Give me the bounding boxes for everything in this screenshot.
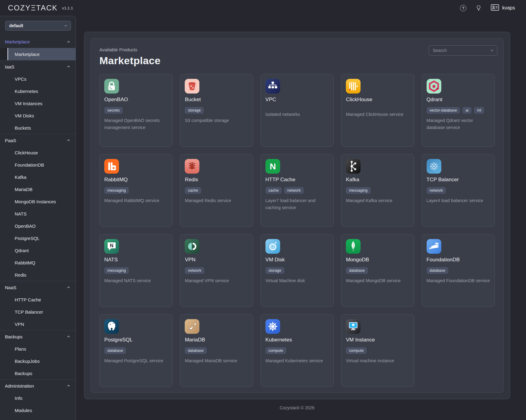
product-card-http-cache[interactable]: NHTTP CachecachenetworkLayer7 load balan…	[261, 154, 334, 227]
product-card-redis[interactable]: RediscacheManaged Redis service	[180, 154, 253, 227]
product-description: Managed ClickHouse service	[346, 111, 409, 118]
sidebar-section-label: Administration	[5, 383, 34, 389]
globe-dots-icon	[427, 159, 441, 174]
sidebar-nav: MarketplaceMarketplaceIaaSVPCsKubernetes…	[0, 35, 76, 416]
sidebar-item-openbao[interactable]: OpenBAO	[0, 220, 76, 232]
header-actions: ? kvaps	[460, 4, 515, 12]
sidebar-item-kubernetes[interactable]: Kubernetes	[0, 85, 76, 97]
sidebar-item-marketplace[interactable]: Marketplace	[0, 48, 76, 60]
sidebar-item-http-cache[interactable]: HTTP Cache	[0, 293, 76, 306]
product-title: PostgreSQL	[104, 337, 168, 343]
bulb-icon[interactable]	[476, 5, 482, 11]
product-card-nats[interactable]: NNATSmessagingManaged NATS service	[99, 234, 172, 307]
network-tree-icon	[265, 79, 280, 94]
search-input[interactable]: Search	[429, 45, 497, 56]
product-card-qdrant[interactable]: Qdrantvector-databaseaimlManaged Qdrant …	[422, 74, 495, 147]
sidebar-item-rabbitmq[interactable]: RabbitMQ	[0, 256, 76, 269]
product-title: VM Disk	[265, 257, 329, 263]
help-icon[interactable]: ?	[460, 5, 466, 11]
product-card-mongodb[interactable]: MongoDBdatabaseManaged MongoDB service	[341, 234, 414, 307]
app-header: COZYΞTACK v1.1.1 ? kvaps	[0, 0, 526, 16]
product-tags: cachenetwork	[265, 187, 329, 194]
product-tag-storage: storage	[265, 267, 284, 274]
sidebar-item-vpcs[interactable]: VPCs	[0, 73, 76, 85]
product-card-foundationdb[interactable]: FoundationDBdatabaseManaged FoundationDB…	[422, 234, 495, 307]
sidebar-item-backupjobs[interactable]: BackupJobs	[0, 355, 76, 367]
kafka-icon	[346, 159, 361, 174]
product-tags: database	[427, 267, 490, 274]
sidebar-item-foundationdb[interactable]: FoundationDB	[0, 159, 76, 171]
sidebar-item-kafka[interactable]: Kafka	[0, 171, 76, 183]
chevron-up-icon	[67, 286, 70, 289]
sidebar-section-iaas[interactable]: IaaS	[0, 60, 76, 73]
sidebar-item-redis[interactable]: Redis	[0, 269, 76, 281]
product-card-kubernetes[interactable]: KubernetescomputeManaged Kubernetes serv…	[261, 314, 334, 387]
product-card-mariadb[interactable]: MariaDBdatabaseManaged MariaDB service	[180, 314, 253, 387]
product-card-kafka[interactable]: KafkamessagingManaged Kafka service	[341, 154, 414, 227]
product-tags: messaging	[346, 187, 409, 194]
foundationdb-icon	[427, 239, 441, 254]
product-card-tcp-balancer[interactable]: TCP BalancernetworkLayer4 load balancer …	[422, 154, 495, 227]
sidebar-item-info[interactable]: Info	[0, 392, 76, 404]
sidebar-item-vm-instances[interactable]: VM Instances	[0, 97, 76, 109]
sidebar-item-qdrant[interactable]: Qdrant	[0, 244, 76, 256]
product-card-vm-disk[interactable]: VM DiskstorageVirtual Machine disk	[261, 234, 334, 307]
sidebar-item-modules[interactable]: Modules	[0, 404, 76, 416]
sidebar-item-tcp-balancer[interactable]: TCP Balancer	[0, 306, 76, 318]
mongodb-leaf-icon	[346, 239, 361, 254]
chevron-up-icon	[67, 40, 70, 44]
product-card-rabbitmq[interactable]: RabbitMQmessagingManaged RabbitMQ servic…	[99, 154, 172, 227]
sidebar-item-backups[interactable]: Backups	[0, 367, 76, 379]
sidebar-section-label: Marketplace	[5, 39, 30, 44]
sidebar-item-postgresql[interactable]: PostgreSQL	[0, 232, 76, 244]
product-tag-database: database	[185, 347, 206, 354]
sidebar-section-marketplace[interactable]: Marketplace	[0, 35, 76, 48]
product-description: S3 compatible storage	[185, 117, 248, 124]
product-card-vpc[interactable]: VPCIsolated networks	[261, 74, 334, 147]
product-description: Layer4 load balancer service	[427, 197, 490, 204]
sidebar-section-label: IaaS	[5, 64, 14, 69]
footer-copyright: Cozystack © 2026	[84, 405, 510, 410]
product-card-openbao[interactable]: OpenBAOsecretsManaged OpenBAO secrets ma…	[99, 74, 172, 147]
sidebar-item-plans[interactable]: Plans	[0, 343, 76, 355]
user-menu[interactable]: kvaps	[491, 4, 515, 12]
product-tag-messaging: messaging	[104, 187, 129, 194]
product-tag-database: database	[346, 267, 368, 274]
mariadb-seal-icon	[185, 319, 199, 334]
product-tags: secrets	[104, 107, 168, 114]
marketplace-panel: Available Products Marketplace Search Op…	[91, 38, 504, 393]
product-card-postgresql[interactable]: PostgreSQLdatabaseManaged PostgreSQL ser…	[99, 314, 172, 387]
svg-text:N: N	[110, 243, 113, 248]
sidebar-item-clickhouse[interactable]: ClickHouse	[0, 146, 76, 159]
product-tag-network: network	[284, 187, 304, 194]
product-tags: cache	[185, 187, 248, 194]
product-description: Managed FoundationDB service	[427, 277, 490, 284]
sidebar-section-administration[interactable]: Administration	[0, 379, 76, 392]
sidebar-item-mongodb-instances[interactable]: MongoDB Instances	[0, 195, 76, 208]
sidebar-item-mariadb[interactable]: MariaDB	[0, 183, 76, 195]
product-tag-database: database	[427, 267, 448, 274]
product-card-clickhouse[interactable]: ClickHouseManaged ClickHouse service	[341, 74, 414, 147]
sidebar-item-nats[interactable]: NATS	[0, 208, 76, 220]
sidebar-item-buckets[interactable]: Buckets	[0, 122, 76, 134]
sidebar-section-paas[interactable]: PaaS	[0, 134, 76, 146]
project-selector[interactable]: default	[5, 21, 71, 31]
product-title: TCP Balancer	[427, 177, 490, 183]
sidebar-item-vm-disks[interactable]: VM Disks	[0, 109, 76, 122]
sidebar: default MarketplaceMarketplaceIaaSVPCsKu…	[0, 16, 76, 420]
vpn-icon	[185, 239, 199, 254]
product-card-vm-instance[interactable]: VM InstancecomputeVirtual machine instan…	[341, 314, 414, 387]
product-card-bucket[interactable]: BucketstorageS3 compatible storage	[180, 74, 253, 147]
chevron-up-icon	[67, 65, 70, 68]
sidebar-section-backups[interactable]: Backups	[0, 330, 76, 343]
product-card-vpn[interactable]: VPNnetworkManaged VPN service	[180, 234, 253, 307]
rabbitmq-icon	[104, 159, 119, 174]
product-tag-ai: ai	[462, 107, 472, 114]
product-description: Isolated networks	[265, 111, 329, 118]
product-title: MongoDB	[346, 257, 409, 263]
sidebar-section-naas[interactable]: NaaS	[0, 281, 76, 293]
product-title: ClickHouse	[346, 97, 409, 103]
sidebar-item-vpn[interactable]: VPN	[0, 318, 76, 330]
product-description: Managed MariaDB service	[185, 357, 248, 364]
chevron-up-icon	[67, 138, 70, 142]
